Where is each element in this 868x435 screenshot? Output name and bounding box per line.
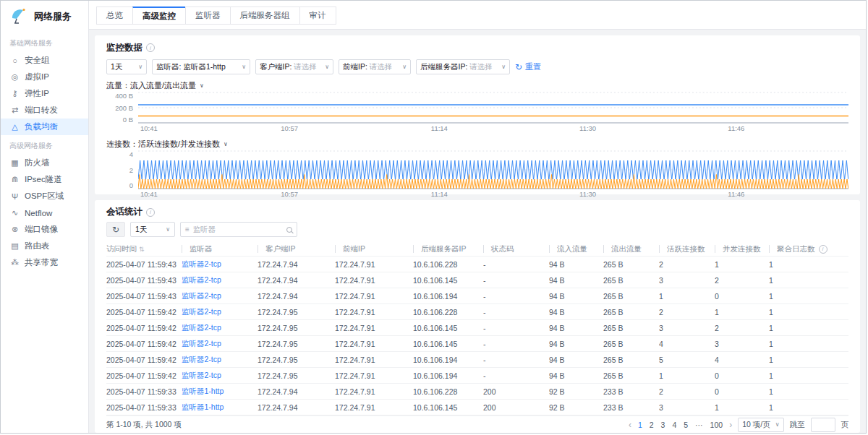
sidebar-item-port-mirroring[interactable]: ⊗ 端口镜像 <box>1 221 88 238</box>
connections-chart: 4 2 0 10:4110:5711:1411:3011:46 <box>106 150 848 199</box>
listener-link[interactable]: 监听器1-http <box>182 402 224 411</box>
page-number[interactable]: 100 <box>710 421 724 429</box>
client-ip-select[interactable]: 客户端IP: 请选择 ∨ <box>255 59 333 74</box>
tab-overview[interactable]: 总览 <box>96 7 133 25</box>
page-number[interactable]: 2 <box>649 421 655 429</box>
refresh-icon[interactable]: ↻ <box>515 62 522 72</box>
table-row: 2025-04-07 11:59:33监听器1-http172.24.7.941… <box>106 384 848 400</box>
sessions-controls: ↻ 1天 ∨ ≡ 监听器 <box>106 222 848 238</box>
satellite-dish-icon <box>9 8 28 25</box>
traffic-chart: 400 B 200 B 0 B 10:4110:5711:1411:3011:4… <box>106 92 848 133</box>
sidebar-item-ospf-area[interactable]: Ψ OSPF区域 <box>1 188 88 204</box>
sessions-time-range-select[interactable]: 1天 ∨ <box>130 222 175 237</box>
page-number[interactable]: 4 <box>671 421 677 429</box>
port-forward-icon: ⇄ <box>10 105 20 115</box>
info-icon: i <box>146 43 155 52</box>
sidebar-item-ipsec-tunnel[interactable]: ⋒ IPsec隧道 <box>1 171 88 188</box>
chevron-down-icon: ∨ <box>773 421 780 428</box>
sidebar-item-security-group[interactable]: ○ 安全组 <box>1 52 88 69</box>
tab-backend-groups[interactable]: 后端服务器组 <box>230 7 300 25</box>
sidebar-item-netflow[interactable]: ∿ Netflow <box>1 204 88 221</box>
page-ellipsis[interactable]: ··· <box>694 421 704 429</box>
refresh-icon: ↻ <box>112 225 119 235</box>
netflow-icon: ∿ <box>10 208 20 218</box>
chevron-down-icon[interactable]: ∨ <box>224 141 228 147</box>
traffic-plot <box>138 92 848 124</box>
app-logo: 网络服务 <box>1 1 88 33</box>
table-row: 2025-04-07 11:59:33监听器1-http172.24.7.941… <box>106 400 848 415</box>
sidebar-item-route-table[interactable]: ▤ 路由表 <box>1 238 88 254</box>
route-table-icon: ▤ <box>10 241 20 251</box>
jump-page-input[interactable] <box>811 418 835 432</box>
sidebar-group-basic: 基础网络服务 <box>1 33 88 52</box>
shield-icon: ○ <box>10 56 20 65</box>
table-row: 2025-04-07 11:59:43监听器2-tcp172.24.7.9417… <box>106 257 848 272</box>
listener-search-input[interactable]: ≡ 监听器 <box>180 222 297 237</box>
sort-icon[interactable]: ⇅ <box>139 246 145 253</box>
listener-link[interactable]: 监听器2-tcp <box>182 323 221 332</box>
reset-link[interactable]: 重置 <box>525 61 541 72</box>
sidebar-item-firewall[interactable]: ▦ 防火墙 <box>1 155 88 171</box>
tab-listeners[interactable]: 监听器 <box>185 7 231 25</box>
monitor-filters: 1天 ∨ 监听器: 监听器1-http ∨ 客户端IP: 请选择 ∨ 前端I <box>106 59 848 74</box>
connections-y-axis: 4 2 0 <box>106 150 138 189</box>
sidebar-item-elastic-ip[interactable]: ⚷ 弹性IP <box>1 85 88 102</box>
chevron-down-icon: ∨ <box>323 64 329 70</box>
sessions-table: 访问时间⇅ 监听器 客户端IP 前端IP 后端服务器IP 状态码 流入流量 流出… <box>106 242 848 416</box>
tab-advanced-monitoring[interactable]: 高级监控 <box>132 7 186 25</box>
listener-select[interactable]: 监听器: 监听器1-http ∨ <box>152 59 250 74</box>
session-stats-card: 会话统计 i ↻ 1天 ∨ ≡ 监听器 <box>95 200 860 433</box>
pagination-summary: 第 1-10 项, 共 1000 项 <box>106 420 182 430</box>
sessions-title: 会话统计 <box>106 206 142 218</box>
sidebar-item-shared-bandwidth[interactable]: ⁂ 共享带宽 <box>1 254 88 271</box>
table-row: 2025-04-07 11:59:43监听器2-tcp172.24.7.9417… <box>106 272 848 288</box>
refresh-button[interactable]: ↻ <box>106 222 125 237</box>
listener-link[interactable]: 监听器1-http <box>182 387 224 395</box>
table-footer: 第 1-10 项, 共 1000 项 ‹ 1 2 3 4 5 ··· 100 ›… <box>106 415 848 433</box>
sidebar-group-advanced: 高级网络服务 <box>1 135 88 155</box>
monitor-title: 监控数据 <box>106 42 142 54</box>
tab-bar: 总览 高级监控 监听器 后端服务器组 审计 <box>89 1 866 30</box>
info-icon: i <box>819 245 827 254</box>
chevron-down-icon[interactable]: ∨ <box>200 82 204 89</box>
sidebar-item-virtual-ip[interactable]: ◎ 虚拟IP <box>1 69 88 85</box>
page-number[interactable]: 5 <box>683 421 689 429</box>
listener-link[interactable]: 监听器2-tcp <box>182 339 221 348</box>
time-range-select[interactable]: 1天 ∨ <box>106 59 147 74</box>
listener-link[interactable]: 监听器2-tcp <box>182 371 221 379</box>
ipsec-icon: ⋒ <box>10 175 20 184</box>
sidebar-item-port-forwarding[interactable]: ⇄ 端口转发 <box>1 102 88 119</box>
table-header-row: 访问时间⇅ 监听器 客户端IP 前端IP 后端服务器IP 状态码 流入流量 流出… <box>106 242 848 257</box>
tab-audit[interactable]: 审计 <box>299 7 336 25</box>
firewall-icon: ▦ <box>10 158 20 168</box>
app-title: 网络服务 <box>34 10 72 23</box>
chevron-down-icon: ∨ <box>136 64 142 70</box>
info-icon: i <box>146 208 155 217</box>
page-number[interactable]: 3 <box>660 421 666 429</box>
backend-ip-select[interactable]: 后端服务器IP: 请选择 ∨ <box>416 59 510 74</box>
connections-chart-label: 连接数：活跃连接数/并发连接数 <box>106 139 220 150</box>
filter-icon: ≡ <box>185 225 190 233</box>
sessions-table-body: 2025-04-07 11:59:43监听器2-tcp172.24.7.9417… <box>106 257 848 415</box>
port-mirror-icon: ⊗ <box>10 225 20 234</box>
connections-plot <box>138 150 848 189</box>
prev-page-icon[interactable]: ‹ <box>629 420 631 430</box>
sidebar-item-load-balancing[interactable]: △ 负载均衡 <box>1 119 88 135</box>
sidebar: 网络服务 基础网络服务 ○ 安全组 ◎ 虚拟IP ⚷ 弹性IP ⇄ 端口转发 △… <box>1 1 89 433</box>
listener-link[interactable]: 监听器2-tcp <box>182 259 221 268</box>
listener-link[interactable]: 监听器2-tcp <box>182 275 221 284</box>
jump-label: 跳至 <box>790 420 805 430</box>
chevron-down-icon: ∨ <box>239 64 246 70</box>
search-icon[interactable] <box>286 227 292 233</box>
table-row: 2025-04-07 11:59:43监听器2-tcp172.24.7.9417… <box>106 288 848 304</box>
page-number[interactable]: 1 <box>637 421 643 429</box>
listener-link[interactable]: 监听器2-tcp <box>182 355 221 363</box>
page-size-select[interactable]: 10 项/页 ∨ <box>738 418 783 432</box>
table-row: 2025-04-07 11:59:42监听器2-tcp172.24.7.9517… <box>106 336 848 352</box>
virtual-ip-icon: ◎ <box>10 72 20 82</box>
page-content: 监控数据 i 1天 ∨ 监听器: 监听器1-http ∨ 客户端IP: <box>89 30 866 433</box>
next-page-icon[interactable]: › <box>729 420 732 430</box>
frontend-ip-select[interactable]: 前端IP: 请选择 ∨ <box>339 59 411 74</box>
listener-link[interactable]: 监听器2-tcp <box>182 307 221 316</box>
listener-link[interactable]: 监听器2-tcp <box>182 291 221 300</box>
